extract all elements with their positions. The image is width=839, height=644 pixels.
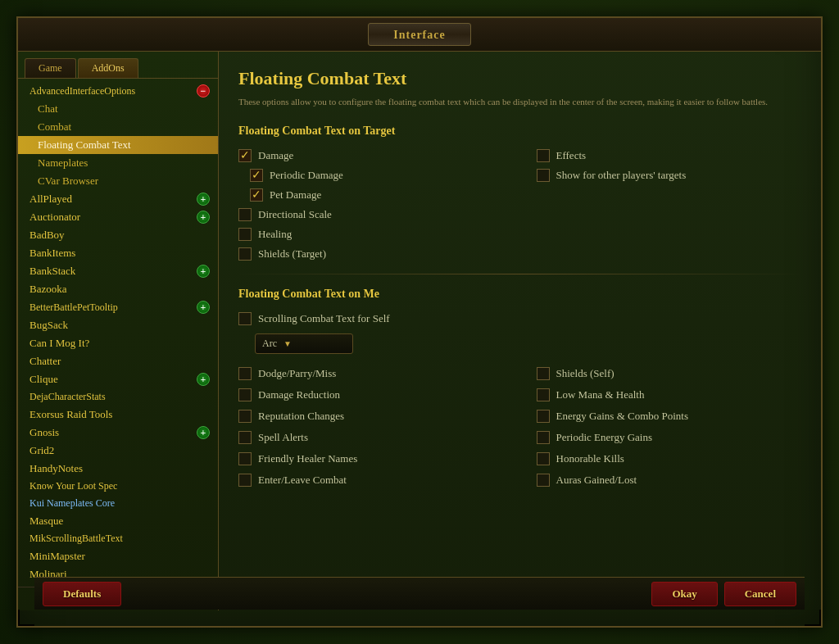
- sidebar-item-kui[interactable]: Kui Nameplates Core: [18, 495, 218, 512]
- expand-icon[interactable]: +: [197, 211, 210, 224]
- sidebar-item-bugsack[interactable]: BugSack: [18, 316, 218, 334]
- label-show-other-players: Show for other players' targets: [556, 169, 687, 182]
- label-scrolling-combat-text: Scrolling Combat Text for Self: [258, 312, 390, 325]
- sidebar-item-bankstack[interactable]: BankStack +: [18, 262, 218, 280]
- cancel-button[interactable]: Cancel: [724, 582, 796, 606]
- dropdown-row: Arc ▼: [255, 333, 801, 354]
- label-friendly-healer-names: Friendly Healer Names: [258, 452, 357, 465]
- checkbox-friendly-healer-names[interactable]: [238, 452, 252, 465]
- sidebar-item-allplayed[interactable]: AllPlayed +: [18, 190, 218, 208]
- sidebar-item-knowyourlootspec[interactable]: Know Your Loot Spec: [18, 478, 218, 495]
- sidebar-item-masque[interactable]: Masque: [18, 512, 218, 530]
- tab-addons[interactable]: AddOns: [78, 58, 138, 78]
- label-healing: Healing: [258, 228, 292, 241]
- bottom-bar: Defaults Okay Cancel: [34, 577, 805, 610]
- main-panel: Floating Combat Text These options allow…: [219, 52, 821, 610]
- checkbox-effects[interactable]: [537, 149, 550, 162]
- sidebar-item-cvar-browser[interactable]: CVar Browser: [18, 172, 218, 190]
- window-title: Interface: [393, 29, 445, 41]
- okay-button[interactable]: Okay: [651, 582, 717, 606]
- option-effects: Effects: [537, 149, 802, 162]
- panel-title: Floating Combat Text: [238, 68, 801, 89]
- option-auras-gained-lost: Auras Gained/Lost: [537, 474, 802, 487]
- sidebar-item-dejacharacterstats[interactable]: DejaCharacterStats: [18, 388, 218, 406]
- checkbox-pet-damage[interactable]: ✓: [250, 188, 263, 202]
- sidebar-item-floating-combat-text[interactable]: Floating Combat Text: [18, 136, 218, 154]
- checkbox-damage[interactable]: ✓: [238, 149, 252, 162]
- checkbox-enter-leave-combat[interactable]: [238, 474, 252, 487]
- checkbox-energy-gains-combo[interactable]: [537, 410, 550, 423]
- sidebar-item-canimogit[interactable]: Can I Mog It?: [18, 334, 218, 352]
- checkbox-auras-gained-lost[interactable]: [537, 474, 550, 487]
- sidebar-item-badboy[interactable]: BadBoy: [18, 226, 218, 244]
- arc-dropdown[interactable]: Arc ▼: [255, 333, 353, 354]
- expand-icon[interactable]: +: [197, 301, 210, 314]
- sidebar-item-betterbattlepettooltip[interactable]: BetterBattlePetTooltip +: [18, 298, 218, 316]
- option-energy-gains-combo: Energy Gains & Combo Points: [537, 410, 802, 423]
- checkmark-pet-damage: ✓: [252, 189, 261, 201]
- option-periodic-damage: ✓ Periodic Damage: [238, 169, 504, 182]
- content-area: Game AddOns AdvancedInterfaceOptions − C…: [18, 52, 821, 610]
- sidebar-item-grid2[interactable]: Grid2: [18, 442, 218, 460]
- checkmark-damage: ✓: [240, 150, 250, 161]
- checkbox-dodge-parry-miss[interactable]: [238, 367, 252, 380]
- checkbox-spell-alerts[interactable]: [238, 431, 252, 444]
- checkmark-periodic-damage: ✓: [252, 170, 261, 181]
- label-shields-self: Shields (Self): [556, 367, 615, 380]
- sidebar-item-bazooka[interactable]: Bazooka: [18, 280, 218, 298]
- label-honorable-kills: Honorable Kills: [556, 452, 624, 465]
- checkbox-honorable-kills[interactable]: [537, 452, 550, 465]
- dropdown-arrow-icon: ▼: [283, 339, 292, 348]
- sidebar-item-advancedinterfaceoptions[interactable]: AdvancedInterfaceOptions −: [18, 82, 218, 100]
- sidebar-list[interactable]: AdvancedInterfaceOptions − Chat Combat F…: [18, 79, 218, 587]
- expand-icon[interactable]: +: [197, 265, 210, 278]
- panel-description: These options allow you to configure the…: [238, 96, 801, 108]
- sidebar-item-exorsus[interactable]: Exorsus Raid Tools: [18, 406, 218, 424]
- label-pet-damage: Pet Damage: [270, 188, 321, 202]
- option-healing: Healing: [238, 228, 504, 241]
- option-damage: ✓ Damage: [238, 149, 504, 162]
- section-title-target: Floating Combat Text on Target: [238, 125, 801, 138]
- expand-icon[interactable]: +: [197, 426, 210, 439]
- checkbox-scrolling-combat-text[interactable]: [238, 312, 252, 325]
- sidebar-item-handynotes[interactable]: HandyNotes: [18, 460, 218, 478]
- expand-icon[interactable]: +: [197, 373, 210, 386]
- checkbox-low-mana-health[interactable]: [537, 388, 550, 401]
- checkbox-healing[interactable]: [238, 228, 252, 241]
- collapse-icon[interactable]: −: [197, 84, 210, 98]
- sidebar-item-auctionator[interactable]: Auctionator +: [18, 208, 218, 226]
- expand-icon[interactable]: +: [197, 193, 210, 206]
- sidebar-item-clique[interactable]: Clique +: [18, 370, 218, 388]
- label-enter-leave-combat: Enter/Leave Combat: [258, 474, 347, 487]
- checkbox-reputation-changes[interactable]: [238, 410, 252, 423]
- sidebar-item-combat[interactable]: Combat: [18, 118, 218, 136]
- checkbox-damage-reduction[interactable]: [238, 388, 252, 401]
- dropdown-value: Arc: [262, 338, 277, 350]
- sidebar-item-minimapster[interactable]: MiniMapster: [18, 547, 218, 565]
- sidebar-item-chat[interactable]: Chat: [18, 100, 218, 118]
- checkbox-periodic-damage[interactable]: ✓: [250, 169, 263, 182]
- checkbox-shields-self[interactable]: [537, 367, 550, 380]
- btn-group-right: Okay Cancel: [651, 582, 796, 606]
- main-window: Interface Game AddOns AdvancedInterfaceO…: [16, 16, 823, 628]
- label-auras-gained-lost: Auras Gained/Lost: [556, 474, 637, 487]
- checkbox-directional-scale[interactable]: [238, 208, 252, 221]
- checkbox-periodic-energy-gains[interactable]: [537, 431, 550, 444]
- sidebar-item-bankitems[interactable]: BankItems: [18, 244, 218, 262]
- defaults-button[interactable]: Defaults: [43, 582, 121, 606]
- tab-game[interactable]: Game: [25, 58, 76, 78]
- option-periodic-energy-gains: Periodic Energy Gains: [537, 431, 802, 444]
- label-directional-scale: Directional Scale: [258, 208, 332, 221]
- checkbox-shields-target[interactable]: [238, 247, 252, 261]
- sidebar-item-chatter[interactable]: Chatter: [18, 352, 218, 370]
- sidebar-item-nameplates[interactable]: Nameplates: [18, 154, 218, 172]
- checkbox-show-other-players[interactable]: [537, 169, 550, 182]
- sidebar-item-gnosis[interactable]: Gnosis +: [18, 424, 218, 442]
- option-directional-scale: Directional Scale: [238, 208, 504, 221]
- label-effects: Effects: [556, 149, 587, 162]
- option-enter-leave-combat: Enter/Leave Combat: [238, 474, 504, 487]
- option-spell-alerts: Spell Alerts: [238, 431, 504, 444]
- option-show-other-players: Show for other players' targets: [537, 169, 802, 182]
- sidebar-item-mik[interactable]: MikScrollingBattleText: [18, 530, 218, 547]
- sidebar: Game AddOns AdvancedInterfaceOptions − C…: [18, 52, 219, 610]
